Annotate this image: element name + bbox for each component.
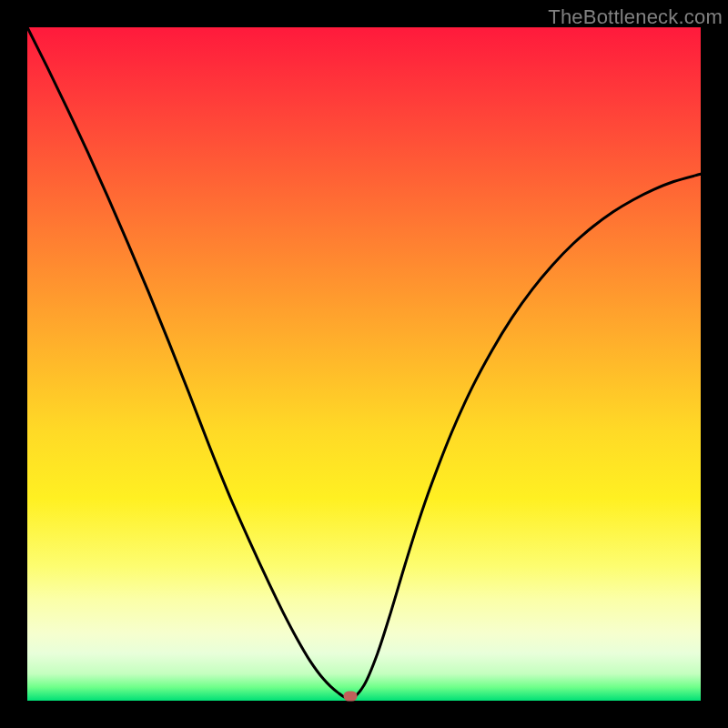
bottleneck-curve (27, 27, 701, 699)
plot-area (27, 27, 701, 701)
minimum-marker (344, 691, 358, 701)
curve-svg (27, 27, 701, 701)
chart-frame: TheBottleneck.com (0, 0, 728, 728)
watermark-text: TheBottleneck.com (548, 5, 723, 29)
